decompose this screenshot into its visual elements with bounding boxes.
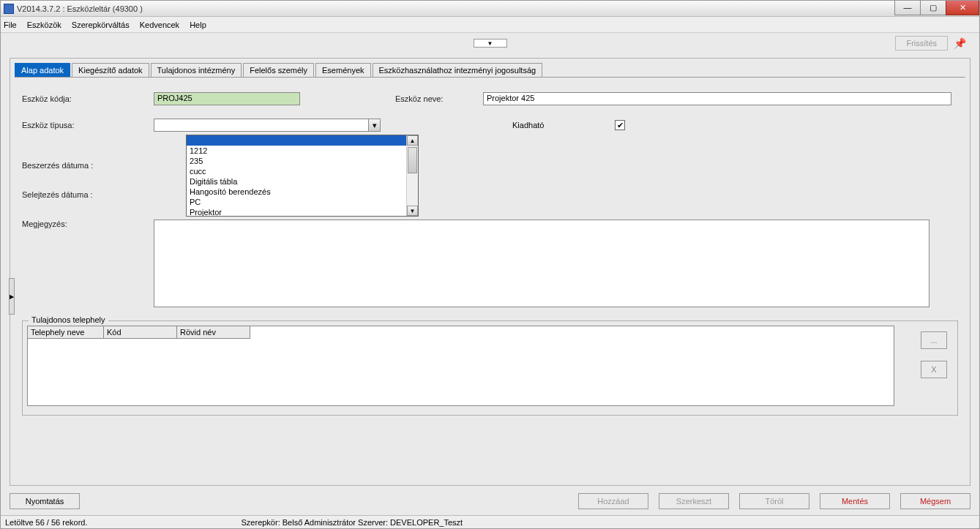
fieldset-legend: Tulajdonos telephely	[29, 315, 108, 324]
dropdown-item[interactable]: 1212	[187, 146, 406, 156]
add-button[interactable]: Hozzáad	[578, 493, 648, 509]
label-loanable: Kiadható	[512, 121, 615, 130]
dropdown-item[interactable]: Digitális tábla	[187, 176, 406, 187]
menu-help[interactable]: Help	[190, 20, 206, 29]
label-type: Eszköz típusa:	[22, 121, 154, 130]
col-short-name[interactable]: Rövid név	[177, 326, 250, 339]
titlebar[interactable]: V2014.3.7.2 : Eszközleltár (49300 ) — ▢ …	[1, 1, 979, 17]
tab-responsible-person[interactable]: Felelős személy	[243, 63, 314, 77]
dropdown-list: 1212 235 cucc Digitális tábla Hangosító …	[187, 135, 418, 216]
dropdown-item[interactable]: 235	[187, 156, 406, 166]
device-name-input[interactable]: Projektor 425	[483, 92, 951, 105]
scroll-up-icon[interactable]: ▲	[407, 135, 418, 146]
edit-button[interactable]: Szerkeszt	[659, 493, 729, 509]
lookup-button[interactable]: ...	[921, 331, 947, 349]
left-expander-handle[interactable]: ▶	[9, 278, 15, 315]
close-button[interactable]: ✕	[946, 0, 979, 15]
chevron-down-icon[interactable]: ▾	[368, 119, 380, 131]
tab-additional-data[interactable]: Kiegészítő adatok	[72, 63, 149, 77]
label-acquisition-date: Beszerzés dátuma :	[22, 161, 154, 170]
print-button[interactable]: Nyomtatás	[10, 493, 80, 509]
status-record-count: Letöltve 56 / 56 rekord.	[5, 518, 88, 527]
bottom-button-bar: Nyomtatás Hozzáad Szerkeszt Töröl Mentés…	[1, 489, 979, 515]
menu-tools[interactable]: Eszközök	[27, 20, 61, 29]
device-code-input[interactable]: PROJ425	[154, 92, 300, 105]
app-window: V2014.3.7.2 : Eszközleltár (49300 ) — ▢ …	[0, 0, 980, 529]
grid-header: Telephely neve Kód Rövid név	[28, 326, 894, 339]
dropdown-scrollbar[interactable]: ▲ ▼	[406, 135, 418, 216]
remove-button[interactable]: X	[921, 361, 947, 378]
status-role-server: Szerepkör: Belső Adminisztrátor Szerver:…	[242, 518, 463, 527]
menu-role[interactable]: Szerepkörváltás	[72, 20, 130, 29]
minimize-button[interactable]: —	[894, 0, 921, 15]
delete-button[interactable]: Töröl	[739, 493, 809, 509]
label-code: Eszköz kódja:	[22, 94, 154, 103]
col-code[interactable]: Kód	[104, 326, 177, 339]
window-controls: — ▢ ✕	[895, 0, 979, 15]
scroll-thumb[interactable]	[408, 147, 417, 173]
maximize-button[interactable]: ▢	[920, 0, 946, 15]
device-type-dropdown: 1212 235 cucc Digitális tábla Hangosító …	[186, 135, 419, 217]
tab-bar: Alap adatok Kiegészítő adatok Tulajdonos…	[15, 63, 965, 78]
note-textarea[interactable]	[154, 220, 929, 307]
app-icon	[4, 4, 14, 14]
device-type-combo[interactable]: ▾	[154, 119, 381, 132]
window-title: V2014.3.7.2 : Eszközleltár (49300 )	[17, 4, 976, 13]
label-name: Eszköz neve:	[395, 94, 483, 103]
menu-file[interactable]: File	[4, 20, 17, 29]
location-grid[interactable]: Telephely neve Kód Rövid név	[27, 326, 894, 406]
statusbar: Letöltve 56 / 56 rekord. Szerepkör: Bels…	[1, 515, 979, 528]
col-location-name[interactable]: Telephely neve	[28, 326, 104, 339]
tab-events[interactable]: Események	[315, 63, 370, 77]
save-button[interactable]: Mentés	[820, 493, 890, 509]
menubar: File Eszközök Szerepkörváltás Kedvencek …	[1, 17, 979, 33]
collapse-toggle[interactable]: ▼	[474, 39, 507, 48]
fieldset-side-buttons: ... X	[921, 331, 947, 378]
scroll-down-icon[interactable]: ▼	[407, 206, 418, 216]
loanable-checkbox[interactable]: ✔	[615, 120, 625, 130]
toolbar: ▼ Frissítés 📌	[1, 33, 979, 53]
pin-icon[interactable]: 📌	[954, 37, 966, 49]
dropdown-item[interactable]: PC	[187, 197, 406, 207]
main-panel: ▶ Alap adatok Kiegészítő adatok Tulajdon…	[10, 58, 970, 486]
owner-location-fieldset: Tulajdonos telephely Telephely neve Kód …	[22, 320, 958, 416]
refresh-button[interactable]: Frissítés	[895, 36, 948, 50]
menu-favorites[interactable]: Kedvencek	[140, 20, 179, 29]
dropdown-item[interactable]: cucc	[187, 166, 406, 176]
label-note: Megjegyzés:	[22, 220, 154, 228]
dropdown-item-blank[interactable]	[187, 135, 406, 146]
dropdown-item[interactable]: Hangosító berendezés	[187, 187, 406, 197]
tab-content: Eszköz kódja: PROJ425 Eszköz neve: Proje…	[15, 78, 965, 481]
dropdown-item[interactable]: Projektor	[187, 207, 406, 216]
tab-owner-institution[interactable]: Tulajdonos intézmény	[151, 63, 242, 77]
cancel-button[interactable]: Mégsem	[900, 493, 970, 509]
tab-basic-data[interactable]: Alap adatok	[15, 63, 70, 77]
tab-usage-permission[interactable]: Eszközhasználathoz intezményi jogosultsá…	[373, 63, 543, 77]
label-scrap-date: Selejtezés dátuma :	[22, 190, 154, 199]
